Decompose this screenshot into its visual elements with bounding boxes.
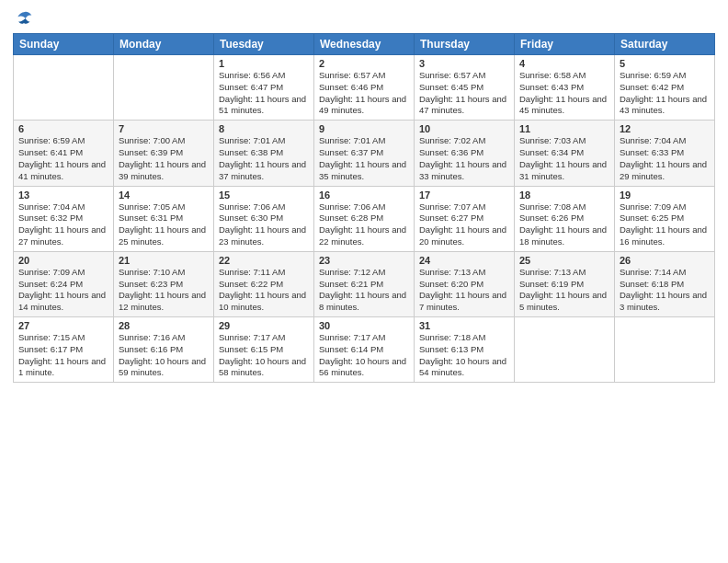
day-number: 13 — [18, 190, 108, 201]
calendar-table: SundayMondayTuesdayWednesdayThursdayFrid… — [13, 33, 715, 383]
day-info: Sunrise: 6:59 AMSunset: 6:42 PMDaylight:… — [620, 70, 707, 115]
day-info: Sunrise: 7:17 AMSunset: 6:14 PMDaylight:… — [319, 332, 406, 377]
day-info: Sunrise: 7:03 AMSunset: 6:34 PMDaylight:… — [519, 135, 607, 180]
day-number: 16 — [319, 190, 409, 201]
day-info: Sunrise: 7:13 AMSunset: 6:20 PMDaylight:… — [419, 267, 506, 312]
day-info: Sunrise: 7:07 AMSunset: 6:27 PMDaylight:… — [419, 201, 506, 247]
calendar-cell: 21Sunrise: 7:10 AMSunset: 6:23 PMDayligh… — [114, 251, 214, 316]
calendar-cell — [14, 55, 114, 121]
day-number: 12 — [620, 123, 710, 134]
calendar-week-row: 1Sunrise: 6:56 AMSunset: 6:47 PMDaylight… — [14, 55, 715, 121]
weekday-header: Sunday — [14, 34, 114, 55]
day-info: Sunrise: 7:16 AMSunset: 6:16 PMDaylight:… — [119, 332, 206, 377]
calendar-week-row: 6Sunrise: 6:59 AMSunset: 6:41 PMDaylight… — [14, 121, 715, 186]
day-number: 25 — [519, 255, 609, 266]
day-info: Sunrise: 7:06 AMSunset: 6:30 PMDaylight:… — [219, 201, 306, 247]
day-number: 4 — [519, 58, 609, 69]
day-number: 6 — [18, 123, 108, 134]
calendar-cell: 16Sunrise: 7:06 AMSunset: 6:28 PMDayligh… — [314, 186, 415, 251]
logo — [13, 9, 33, 28]
weekday-header: Wednesday — [314, 34, 415, 55]
weekday-header: Thursday — [415, 34, 515, 55]
page: SundayMondayTuesdayWednesdayThursdayFrid… — [0, 0, 728, 563]
day-number: 19 — [620, 190, 710, 201]
weekday-header: Tuesday — [214, 34, 314, 55]
day-info: Sunrise: 7:18 AMSunset: 6:13 PMDaylight:… — [419, 332, 506, 377]
day-info: Sunrise: 7:04 AMSunset: 6:33 PMDaylight:… — [620, 135, 707, 180]
calendar-cell: 4Sunrise: 6:58 AMSunset: 6:43 PMDaylight… — [515, 55, 615, 121]
calendar-cell: 9Sunrise: 7:01 AMSunset: 6:37 PMDaylight… — [314, 121, 415, 186]
calendar-cell: 6Sunrise: 6:59 AMSunset: 6:41 PMDaylight… — [14, 121, 114, 186]
header — [13, 9, 715, 28]
calendar-cell — [615, 317, 715, 383]
calendar-cell: 14Sunrise: 7:05 AMSunset: 6:31 PMDayligh… — [114, 186, 214, 251]
day-number: 17 — [419, 190, 509, 201]
calendar-cell: 1Sunrise: 6:56 AMSunset: 6:47 PMDaylight… — [214, 55, 314, 121]
day-number: 3 — [419, 58, 509, 69]
calendar-cell: 18Sunrise: 7:08 AMSunset: 6:26 PMDayligh… — [515, 186, 615, 251]
day-number: 10 — [419, 123, 509, 134]
day-number: 23 — [319, 255, 409, 266]
day-info: Sunrise: 7:05 AMSunset: 6:31 PMDaylight:… — [119, 201, 206, 247]
calendar-cell: 25Sunrise: 7:13 AMSunset: 6:19 PMDayligh… — [515, 251, 615, 316]
calendar-cell — [515, 317, 615, 383]
calendar-cell: 5Sunrise: 6:59 AMSunset: 6:42 PMDaylight… — [615, 55, 715, 121]
day-info: Sunrise: 7:15 AMSunset: 6:17 PMDaylight:… — [18, 332, 106, 377]
day-number: 9 — [319, 123, 409, 134]
calendar-cell: 11Sunrise: 7:03 AMSunset: 6:34 PMDayligh… — [515, 121, 615, 186]
day-number: 8 — [219, 123, 309, 134]
day-number: 20 — [18, 255, 108, 266]
calendar-cell: 30Sunrise: 7:17 AMSunset: 6:14 PMDayligh… — [314, 317, 415, 383]
calendar-cell: 3Sunrise: 6:57 AMSunset: 6:45 PMDaylight… — [415, 55, 515, 121]
calendar-cell: 27Sunrise: 7:15 AMSunset: 6:17 PMDayligh… — [14, 317, 114, 383]
calendar-cell: 8Sunrise: 7:01 AMSunset: 6:38 PMDaylight… — [214, 121, 314, 186]
weekday-header: Saturday — [615, 34, 715, 55]
calendar-week-row: 13Sunrise: 7:04 AMSunset: 6:32 PMDayligh… — [14, 186, 715, 251]
calendar-cell — [114, 55, 214, 121]
day-number: 31 — [419, 320, 509, 331]
day-info: Sunrise: 7:14 AMSunset: 6:18 PMDaylight:… — [620, 267, 707, 312]
day-info: Sunrise: 7:06 AMSunset: 6:28 PMDaylight:… — [319, 201, 406, 247]
logo-bird-icon — [15, 9, 33, 28]
day-number: 24 — [419, 255, 509, 266]
day-info: Sunrise: 7:13 AMSunset: 6:19 PMDaylight:… — [519, 267, 607, 312]
day-info: Sunrise: 7:10 AMSunset: 6:23 PMDaylight:… — [119, 267, 206, 312]
day-info: Sunrise: 6:57 AMSunset: 6:46 PMDaylight:… — [319, 70, 406, 115]
day-number: 26 — [620, 255, 710, 266]
calendar-cell: 2Sunrise: 6:57 AMSunset: 6:46 PMDaylight… — [314, 55, 415, 121]
day-number: 21 — [119, 255, 209, 266]
day-number: 2 — [319, 58, 409, 69]
day-number: 29 — [219, 320, 309, 331]
calendar-cell: 22Sunrise: 7:11 AMSunset: 6:22 PMDayligh… — [214, 251, 314, 316]
day-info: Sunrise: 7:04 AMSunset: 6:32 PMDaylight:… — [18, 201, 106, 247]
weekday-header: Friday — [515, 34, 615, 55]
day-number: 15 — [219, 190, 309, 201]
day-number: 28 — [119, 320, 209, 331]
day-number: 7 — [119, 123, 209, 134]
day-number: 14 — [119, 190, 209, 201]
calendar-header-row: SundayMondayTuesdayWednesdayThursdayFrid… — [14, 34, 715, 55]
calendar-week-row: 27Sunrise: 7:15 AMSunset: 6:17 PMDayligh… — [14, 317, 715, 383]
day-info: Sunrise: 6:58 AMSunset: 6:43 PMDaylight:… — [519, 70, 607, 115]
day-number: 11 — [519, 123, 609, 134]
calendar-cell: 20Sunrise: 7:09 AMSunset: 6:24 PMDayligh… — [14, 251, 114, 316]
day-info: Sunrise: 7:09 AMSunset: 6:24 PMDaylight:… — [18, 267, 106, 312]
calendar-cell: 31Sunrise: 7:18 AMSunset: 6:13 PMDayligh… — [415, 317, 515, 383]
calendar-cell: 17Sunrise: 7:07 AMSunset: 6:27 PMDayligh… — [415, 186, 515, 251]
day-info: Sunrise: 6:59 AMSunset: 6:41 PMDaylight:… — [18, 135, 106, 180]
day-info: Sunrise: 7:12 AMSunset: 6:21 PMDaylight:… — [319, 267, 406, 312]
calendar-cell: 28Sunrise: 7:16 AMSunset: 6:16 PMDayligh… — [114, 317, 214, 383]
day-info: Sunrise: 7:08 AMSunset: 6:26 PMDaylight:… — [519, 201, 607, 247]
calendar-cell: 12Sunrise: 7:04 AMSunset: 6:33 PMDayligh… — [615, 121, 715, 186]
calendar-cell: 19Sunrise: 7:09 AMSunset: 6:25 PMDayligh… — [615, 186, 715, 251]
calendar-cell: 23Sunrise: 7:12 AMSunset: 6:21 PMDayligh… — [314, 251, 415, 316]
day-info: Sunrise: 6:56 AMSunset: 6:47 PMDaylight:… — [219, 70, 306, 115]
calendar-cell: 26Sunrise: 7:14 AMSunset: 6:18 PMDayligh… — [615, 251, 715, 316]
day-number: 18 — [519, 190, 609, 201]
day-number: 5 — [620, 58, 710, 69]
day-info: Sunrise: 6:57 AMSunset: 6:45 PMDaylight:… — [419, 70, 506, 115]
weekday-header: Monday — [114, 34, 214, 55]
calendar-cell: 13Sunrise: 7:04 AMSunset: 6:32 PMDayligh… — [14, 186, 114, 251]
day-info: Sunrise: 7:17 AMSunset: 6:15 PMDaylight:… — [219, 332, 306, 377]
calendar-cell: 7Sunrise: 7:00 AMSunset: 6:39 PMDaylight… — [114, 121, 214, 186]
